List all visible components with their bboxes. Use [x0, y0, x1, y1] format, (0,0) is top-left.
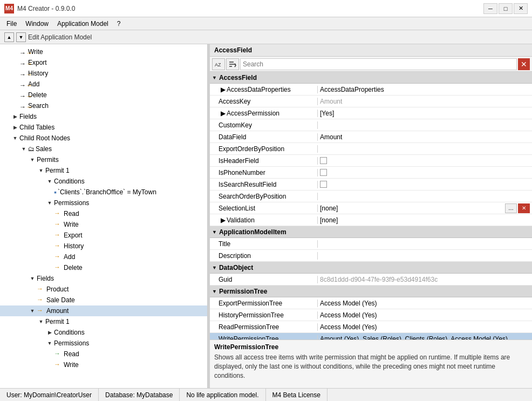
sort-alpha-button[interactable]: AZ [212, 58, 225, 70]
tree-item-permit1-top[interactable]: ▼ Permit 1 [0, 165, 207, 176]
selectionlist-edit-button[interactable]: … [505, 203, 517, 213]
prop-row-accesskey[interactable]: AccessKey Amount [210, 96, 532, 107]
tree-item-add-1[interactable]: → Add [0, 252, 207, 262]
tree-item-read-green[interactable]: → Read [0, 349, 207, 359]
selectionlist-clear-button[interactable]: ✕ [518, 203, 530, 213]
menu-help[interactable]: ? [113, 19, 125, 29]
tree-item-permits[interactable]: ▼ Permits [0, 154, 207, 165]
prop-row-selectionlist[interactable]: SelectionList [none] … ✕ [210, 202, 532, 214]
prop-row-exportorderbyposition[interactable]: ExportOrderByPosition [210, 143, 532, 155]
expander-icon[interactable]: ▼ [19, 145, 28, 153]
expander-icon[interactable]: ▼ [28, 155, 37, 164]
tree-item-export-1[interactable]: → Export [0, 230, 207, 241]
tree-item-history-1[interactable]: → History [0, 241, 207, 252]
prop-name: ▶AccessDataProperties [210, 86, 318, 93]
sort-order-button[interactable] [226, 58, 239, 70]
tree-item-product[interactable]: → Product [0, 284, 207, 295]
tree-item-read-1[interactable]: → Read [0, 208, 207, 219]
section-header-applicationmodelitem[interactable]: ▼ ApplicationModelItem [210, 226, 532, 238]
tree-item-delete-1[interactable]: → Delete [0, 262, 207, 273]
tree-item-fields-top[interactable]: ▶ Fields [0, 111, 207, 122]
checkbox-issearchresultfield[interactable] [320, 181, 327, 188]
arrow-orange-icon: → [54, 209, 63, 218]
minimize-button[interactable]: ─ [483, 3, 497, 14]
prop-value: 8c8d1ddd-d904-47fe-93f9-e53d4914f63c [318, 276, 532, 283]
tree-item-search[interactable]: → Search [0, 100, 207, 111]
prop-row-datafield[interactable]: DataField Amount [210, 131, 532, 143]
prop-row-validation[interactable]: ▶Validation [none] [210, 214, 532, 226]
tree-item-child-tables[interactable]: ▶ Child Tables [0, 122, 207, 133]
prop-value: Access Model (Yes) [318, 311, 532, 319]
close-button[interactable]: ✕ [514, 3, 528, 14]
expander-icon[interactable]: ▼ [45, 199, 54, 207]
section-header-dataobject[interactable]: ▼ DataObject [210, 262, 532, 274]
tree-item-permissions[interactable]: ▼ Permissions [0, 198, 207, 208]
prop-row-accesspermission[interactable]: ▶AccessPermission [Yes] [210, 107, 532, 119]
tree-item-delete[interactable]: → Delete [0, 90, 207, 100]
prop-row-writepermissiontree[interactable]: WritePermissionTree Amount (Yes), Sales … [210, 333, 532, 339]
prop-row-readpermissiontree[interactable]: ReadPermissionTree Access Model (Yes) [210, 321, 532, 333]
toolbar-up-button[interactable]: ▲ [4, 32, 14, 42]
menu-file[interactable]: File [2, 19, 21, 29]
expander-icon[interactable]: ▶ [45, 328, 54, 337]
prop-name: DataField [210, 133, 318, 141]
prop-row-isphonenumber[interactable]: IsPhoneNumber [210, 167, 532, 179]
tree-item-write-1[interactable]: → Write [0, 219, 207, 230]
tree-item-child-root-nodes[interactable]: ▼ Child Root Nodes [0, 133, 207, 144]
checkbox-isphonenumber[interactable] [320, 169, 327, 176]
search-clear-button[interactable]: ✕ [518, 58, 530, 70]
section-expander: ▼ [212, 75, 217, 80]
checkbox-isheaderfield[interactable] [320, 157, 327, 164]
tree-item-add[interactable]: → Add [0, 79, 207, 90]
expander-icon[interactable]: ▼ [37, 317, 45, 326]
tree-item-condition-doc[interactable]: ▪ `Clients`.`BranchOffice` = MyTown [0, 187, 207, 198]
expander-icon[interactable]: ▼ [11, 134, 19, 142]
expander-icon[interactable]: ▼ [37, 166, 45, 175]
arrow-orange-icon: → [54, 263, 63, 272]
main-layout: → Write → Export → History [0, 44, 532, 388]
prop-row-historypermissiontree[interactable]: HistoryPermissionTree Access Model (Yes) [210, 309, 532, 321]
prop-row-isheaderfield[interactable]: IsHeaderField [210, 155, 532, 167]
tree-item-amount[interactable]: ▼ → Amount [0, 305, 207, 316]
search-input[interactable] [240, 58, 517, 70]
prop-row-issearchresultfield[interactable]: IsSearchResultField [210, 179, 532, 191]
properties-grid: ▼ AccessField ▶AccessDataProperties Acce… [210, 72, 532, 339]
prop-row-exportpermissiontree[interactable]: ExportPermissionTree Access Model (Yes) [210, 297, 532, 309]
prop-name: IsPhoneNumber [210, 169, 318, 176]
tree-item-conditions-top[interactable]: ▼ Conditions [0, 176, 207, 187]
section-header-permissiontree[interactable]: ▼ PermissionTree [210, 286, 532, 297]
prop-row-accessdataproperties[interactable]: ▶AccessDataProperties AccessDataProperti… [210, 84, 532, 96]
expander-icon[interactable]: ▼ [28, 274, 37, 283]
menu-application-model[interactable]: Application Model [53, 19, 113, 29]
expander-icon[interactable]: ▶ [11, 123, 19, 132]
tree-item-sale-date[interactable]: → Sale Date [0, 295, 207, 305]
prop-row-guid[interactable]: Guid 8c8d1ddd-d904-47fe-93f9-e53d4914f63… [210, 274, 532, 286]
maximize-button[interactable]: □ [499, 3, 513, 14]
tree-item-conditions-amount[interactable]: ▶ Conditions [0, 327, 207, 338]
menu-window[interactable]: Window [21, 19, 53, 29]
tree-item-write[interactable]: → Write [0, 46, 207, 57]
tree-item-permit1-amount[interactable]: ▼ Permit 1 [0, 316, 207, 327]
tree-item-sales[interactable]: ▼ 🗂 Sales [0, 144, 207, 154]
toolbar-down-button[interactable]: ▼ [16, 32, 26, 42]
tree-scroll[interactable]: → Write → Export → History [0, 44, 207, 388]
expander-icon[interactable]: ▼ [45, 339, 54, 348]
tree-item-export[interactable]: → Export [0, 57, 207, 68]
app-logo: M4 [4, 4, 14, 13]
prop-row-description[interactable]: Description [210, 250, 532, 262]
section-header-accessfield[interactable]: ▼ AccessField [210, 72, 532, 84]
expander-icon[interactable]: ▼ [28, 307, 37, 315]
prop-row-searchorderbyposition[interactable]: SearchOrderByPosition [210, 191, 532, 202]
tree-item-history[interactable]: → History [0, 68, 207, 79]
tree-item-fields-sales[interactable]: ▼ Fields [0, 273, 207, 284]
arrow-orange-icon: → [19, 92, 27, 98]
expander-icon[interactable]: ▶ [11, 112, 19, 121]
tree-item-permissions-amount[interactable]: ▼ Permissions [0, 338, 207, 349]
prop-name: WritePermissionTree [210, 335, 318, 340]
prop-row-customkey[interactable]: CustomKey [210, 119, 532, 131]
tree-item-write-amount[interactable]: → Write [0, 359, 207, 370]
expander-icon[interactable]: ▼ [45, 177, 54, 186]
prop-row-title[interactable]: Title [210, 238, 532, 250]
tree-label: Delete [64, 264, 83, 271]
prop-value [318, 157, 532, 164]
